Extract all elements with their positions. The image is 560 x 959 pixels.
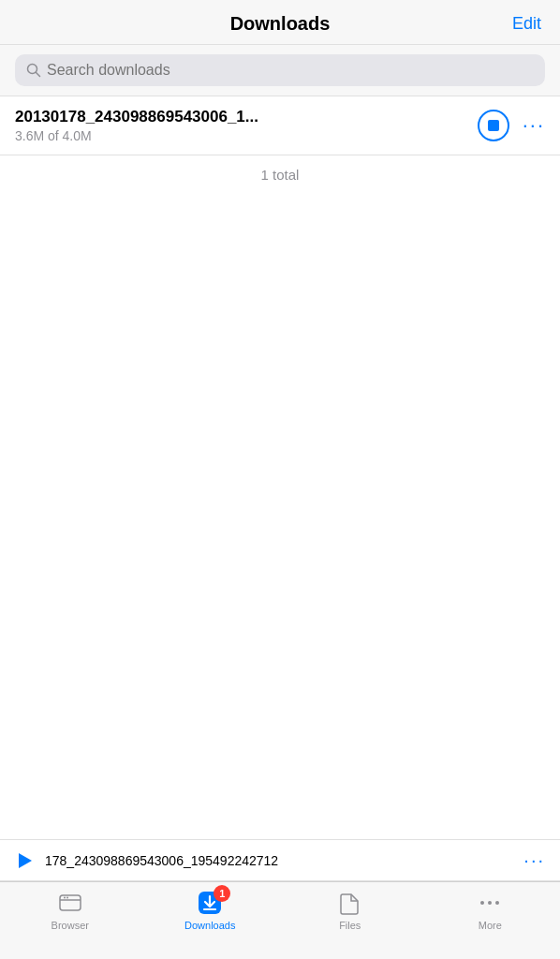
search-bar-container bbox=[0, 45, 560, 96]
search-input[interactable] bbox=[47, 62, 534, 79]
tab-files-label: Files bbox=[339, 920, 361, 931]
mini-play-button[interactable] bbox=[15, 851, 34, 870]
search-icon bbox=[26, 63, 41, 78]
download-item: 20130178_243098869543006_1... 3.6M of 4.… bbox=[0, 96, 560, 155]
svg-rect-3 bbox=[60, 895, 81, 910]
tab-more-icon-wrap bbox=[477, 890, 503, 916]
svg-point-12 bbox=[495, 901, 499, 905]
page-title: Downloads bbox=[66, 13, 494, 35]
stop-icon bbox=[488, 120, 499, 131]
mini-filename: 178_243098869543006_195492242712 bbox=[45, 853, 512, 868]
total-label: 1 total bbox=[0, 155, 560, 194]
tab-more[interactable]: More bbox=[420, 890, 561, 931]
download-filename: 20130178_243098869543006_1... bbox=[15, 108, 466, 126]
mini-more-button[interactable]: ··· bbox=[523, 849, 545, 871]
tab-files-icon-wrap bbox=[337, 890, 363, 916]
svg-point-11 bbox=[488, 901, 492, 905]
edit-button[interactable]: Edit bbox=[494, 14, 541, 34]
tab-more-label: More bbox=[479, 920, 502, 931]
svg-line-1 bbox=[37, 73, 40, 77]
download-actions: ··· bbox=[478, 110, 545, 141]
mini-player: 178_243098869543006_195492242712 ··· bbox=[0, 839, 560, 881]
tab-downloads-badge: 1 bbox=[214, 885, 230, 902]
tab-browser-icon-wrap bbox=[57, 890, 83, 916]
tab-downloads[interactable]: 1 Downloads bbox=[140, 890, 281, 931]
svg-point-10 bbox=[480, 901, 484, 905]
tab-bar: Browser 1 Downloads Files bbox=[0, 881, 560, 959]
download-info: 20130178_243098869543006_1... 3.6M of 4.… bbox=[15, 108, 466, 143]
more-options-button[interactable]: ··· bbox=[523, 115, 545, 136]
tab-files[interactable]: Files bbox=[280, 890, 420, 931]
tab-downloads-icon-wrap: 1 bbox=[197, 890, 223, 916]
download-size: 3.6M of 4.0M bbox=[15, 128, 466, 143]
tab-browser[interactable]: Browser bbox=[0, 890, 140, 931]
tab-downloads-label: Downloads bbox=[184, 920, 235, 931]
header: Downloads Edit bbox=[0, 0, 560, 45]
stop-button[interactable] bbox=[478, 110, 509, 141]
svg-marker-2 bbox=[19, 853, 32, 868]
search-bar[interactable] bbox=[15, 54, 545, 86]
tab-browser-label: Browser bbox=[52, 920, 89, 931]
